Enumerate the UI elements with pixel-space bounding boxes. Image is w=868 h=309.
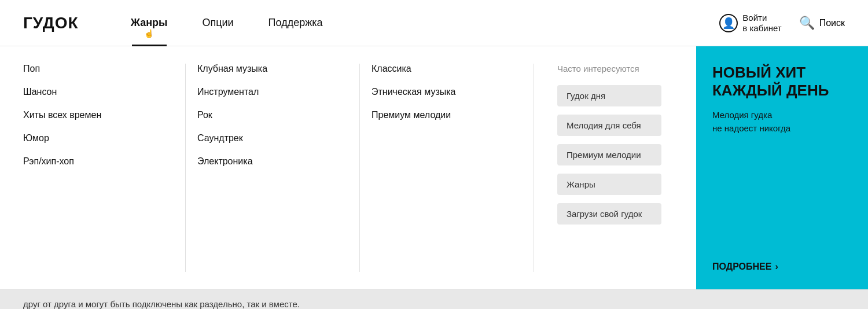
promo-panel: НОВЫЙ ХИТКАЖДЫЙ ДЕНЬ Мелодия гудкане над… — [696, 46, 868, 289]
genre-shanson[interactable]: Шансон — [23, 87, 150, 97]
nav-item-options[interactable]: Опции — [185, 0, 251, 46]
freq-btn-genres[interactable]: Жанры — [557, 174, 661, 195]
col-divider-3 — [534, 64, 534, 272]
genre-col-3: Классика Этническая музыка Премиум мелод… — [372, 64, 499, 272]
genre-hits[interactable]: Хиты всех времен — [23, 110, 150, 120]
main-nav: Жанры ☝ Опции Поддержка — [113, 0, 340, 46]
genre-col-1: Поп Шансон Хиты всех времен Юмор Рэп/хип… — [23, 64, 150, 272]
search-label: Поиск — [819, 18, 845, 28]
search-icon: 🔍 — [799, 16, 815, 31]
genre-ethnic[interactable]: Этническая музыка — [372, 87, 499, 97]
genre-classical[interactable]: Классика — [372, 64, 499, 74]
genre-rap[interactable]: Рэп/хип-хоп — [23, 156, 150, 167]
chevron-right-icon: › — [775, 262, 778, 272]
genre-col-2: Клубная музыка Инструментал Рок Саундтре… — [197, 64, 325, 272]
frequently-title: Часто интересуются — [557, 64, 661, 73]
dropdown-content: Поп Шансон Хиты всех времен Юмор Рэп/хип… — [0, 46, 696, 289]
user-icon: 👤 — [719, 14, 738, 32]
col-divider-1 — [185, 64, 186, 272]
col-divider-2 — [359, 64, 360, 272]
promo-link[interactable]: ПОДРОБНЕЕ › — [712, 262, 854, 272]
freq-btn-premium[interactable]: Премиум мелодии — [557, 144, 661, 165]
footer-text: друг от друга и могут быть подключены ка… — [23, 299, 300, 309]
login-button[interactable]: 👤 Войтив кабинет — [719, 13, 781, 34]
genre-club[interactable]: Клубная музыка — [197, 64, 325, 74]
dropdown-menu: Поп Шансон Хиты всех времен Юмор Рэп/хип… — [0, 46, 868, 290]
genre-electronic[interactable]: Электроника — [197, 156, 325, 167]
footer-bar: друг от друга и могут быть подключены ка… — [0, 290, 868, 309]
frequently-section: Часто интересуются Гудок дня Мелодия для… — [546, 64, 673, 272]
header-right: 👤 Войтив кабинет 🔍 Поиск — [719, 13, 845, 34]
genre-humor[interactable]: Юмор — [23, 133, 150, 144]
genre-pop[interactable]: Поп — [23, 64, 150, 74]
nav-item-support[interactable]: Поддержка — [251, 0, 340, 46]
header: ГУДОК Жанры ☝ Опции Поддержка 👤 Войтив к… — [0, 0, 868, 46]
cursor-icon: ☝ — [144, 29, 154, 38]
promo-subtitle: Мелодия гудкане надоест никогда — [712, 109, 854, 135]
freq-btn-gudok-day[interactable]: Гудок дня — [557, 85, 661, 106]
nav-item-genres[interactable]: Жанры ☝ — [113, 0, 185, 46]
genre-instrumental[interactable]: Инструментал — [197, 87, 325, 97]
search-button[interactable]: 🔍 Поиск — [799, 16, 845, 31]
promo-title: НОВЫЙ ХИТКАЖДЫЙ ДЕНЬ — [712, 64, 854, 100]
freq-btn-upload[interactable]: Загрузи свой гудок — [557, 203, 661, 225]
login-label: Войтив кабинет — [742, 13, 781, 34]
genre-rock[interactable]: Рок — [197, 110, 325, 120]
genre-premium[interactable]: Премиум мелодии — [372, 110, 499, 120]
logo[interactable]: ГУДОК — [23, 14, 79, 32]
freq-btn-melody-self[interactable]: Мелодия для себя — [557, 115, 661, 136]
genre-soundtrack[interactable]: Саундтрек — [197, 133, 325, 144]
